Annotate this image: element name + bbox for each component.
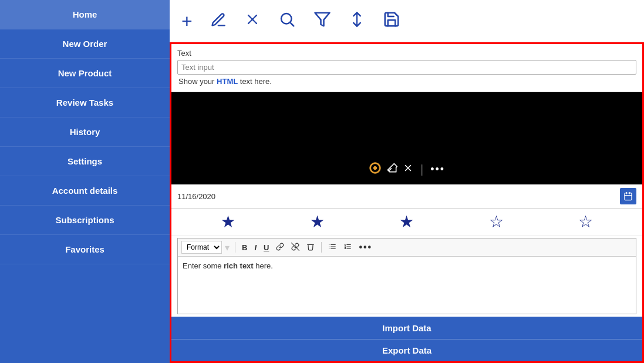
date-value: 11/16/2020 bbox=[177, 192, 215, 201]
pen-tool-icon[interactable] bbox=[369, 162, 382, 177]
star-2[interactable]: ★ bbox=[310, 212, 325, 231]
rich-editor-content[interactable]: Enter some rich text here. bbox=[178, 257, 636, 314]
unlink-button[interactable] bbox=[288, 241, 302, 254]
svg-rect-10 bbox=[625, 193, 632, 200]
date-row: 11/16/2020 bbox=[171, 184, 642, 209]
bottom-buttons: Import Data Export Data bbox=[171, 317, 642, 361]
text-label: Text bbox=[177, 49, 636, 58]
ann-close-icon[interactable] bbox=[403, 163, 413, 176]
html-preview-before: Show your bbox=[178, 77, 217, 86]
underline-button[interactable]: U bbox=[261, 242, 272, 253]
content-area: Text Show your HTML text here. bbox=[170, 42, 644, 363]
export-data-button[interactable]: Export Data bbox=[171, 339, 642, 361]
rich-text-editor: Format ▾ B I U bbox=[177, 238, 636, 314]
filter-icon[interactable] bbox=[313, 11, 331, 31]
stars-row: ★ ★ ★ ☆ ☆ bbox=[171, 209, 642, 236]
sidebar-item-home[interactable]: Home bbox=[0, 0, 170, 29]
edit-icon[interactable] bbox=[210, 12, 227, 31]
close-icon[interactable] bbox=[244, 11, 261, 31]
rich-content-after: here. bbox=[254, 261, 273, 270]
html-preview: Show your HTML text here. bbox=[177, 75, 636, 88]
sidebar-item-account-details[interactable]: Account details bbox=[0, 176, 170, 206]
svg-line-3 bbox=[291, 23, 294, 26]
rich-content-bold: rich text bbox=[224, 261, 254, 270]
html-preview-link: HTML bbox=[217, 77, 238, 86]
import-data-button[interactable]: Import Data bbox=[171, 317, 642, 339]
sidebar-item-favorites[interactable]: Favorites bbox=[0, 235, 170, 264]
clear-format-button[interactable] bbox=[304, 241, 318, 254]
black-area: | ••• bbox=[171, 92, 642, 184]
sidebar-item-settings[interactable]: Settings bbox=[0, 147, 170, 176]
text-section: Text Show your HTML text here. bbox=[171, 44, 642, 92]
eraser-icon[interactable] bbox=[386, 162, 398, 177]
star-3[interactable]: ★ bbox=[399, 212, 414, 231]
annotation-toolbar: | ••• bbox=[171, 154, 642, 184]
sidebar: Home New Order New Product Review Tasks … bbox=[0, 0, 170, 363]
search-icon[interactable] bbox=[278, 11, 296, 31]
html-preview-after: text here. bbox=[238, 77, 272, 86]
svg-point-6 bbox=[373, 166, 377, 170]
list-ul-button[interactable] bbox=[325, 241, 339, 254]
add-icon[interactable]: + bbox=[181, 12, 193, 31]
ann-more-icon[interactable]: ••• bbox=[430, 163, 445, 176]
sidebar-item-new-product[interactable]: New Product bbox=[0, 59, 170, 88]
sidebar-item-subscriptions[interactable]: Subscriptions bbox=[0, 206, 170, 235]
sidebar-item-history[interactable]: History bbox=[0, 117, 170, 147]
toolbar: + bbox=[170, 0, 644, 42]
calendar-icon[interactable] bbox=[620, 188, 636, 204]
sidebar-item-new-order[interactable]: New Order bbox=[0, 29, 170, 59]
rich-content-plain: Enter some bbox=[183, 261, 224, 270]
italic-button[interactable]: I bbox=[251, 242, 259, 253]
star-1[interactable]: ★ bbox=[221, 212, 235, 231]
format-select[interactable]: Format bbox=[181, 241, 222, 254]
bold-button[interactable]: B bbox=[239, 242, 250, 253]
svg-point-2 bbox=[281, 14, 292, 24]
save-icon[interactable] bbox=[383, 11, 400, 31]
star-4[interactable]: ☆ bbox=[489, 212, 504, 231]
rich-editor-toolbar: Format ▾ B I U bbox=[178, 238, 636, 257]
more-options-button[interactable]: ••• bbox=[356, 241, 375, 254]
text-input[interactable] bbox=[177, 60, 636, 75]
sort-icon[interactable] bbox=[349, 11, 365, 31]
ann-divider: | bbox=[420, 163, 423, 176]
list-ol-button[interactable] bbox=[340, 241, 355, 254]
sidebar-item-review-tasks[interactable]: Review Tasks bbox=[0, 88, 170, 117]
svg-marker-4 bbox=[315, 13, 329, 26]
star-5[interactable]: ☆ bbox=[578, 212, 593, 231]
link-button[interactable] bbox=[273, 241, 287, 254]
main-panel: + bbox=[170, 0, 644, 363]
